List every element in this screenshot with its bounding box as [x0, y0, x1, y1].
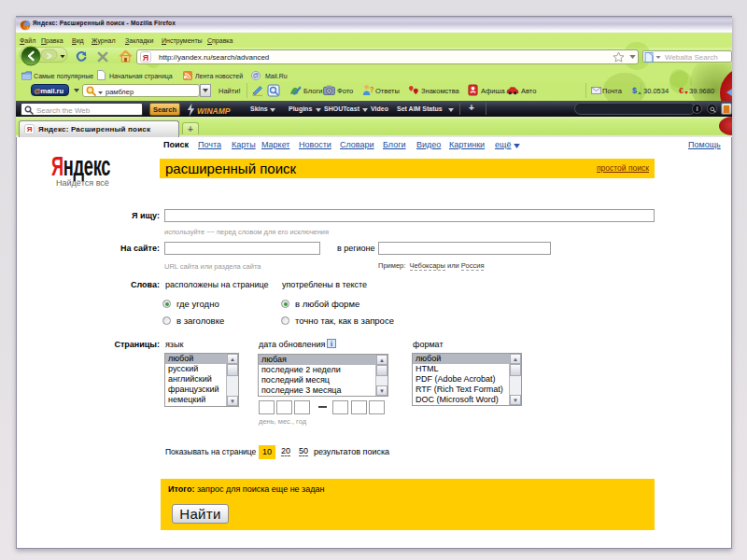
svg-text:Я: Я [27, 125, 33, 133]
svg-text:Я: Я [143, 53, 148, 63]
svg-text:i: i [331, 340, 332, 348]
svg-text:@: @ [253, 72, 260, 78]
svg-text:?: ? [370, 85, 374, 94]
